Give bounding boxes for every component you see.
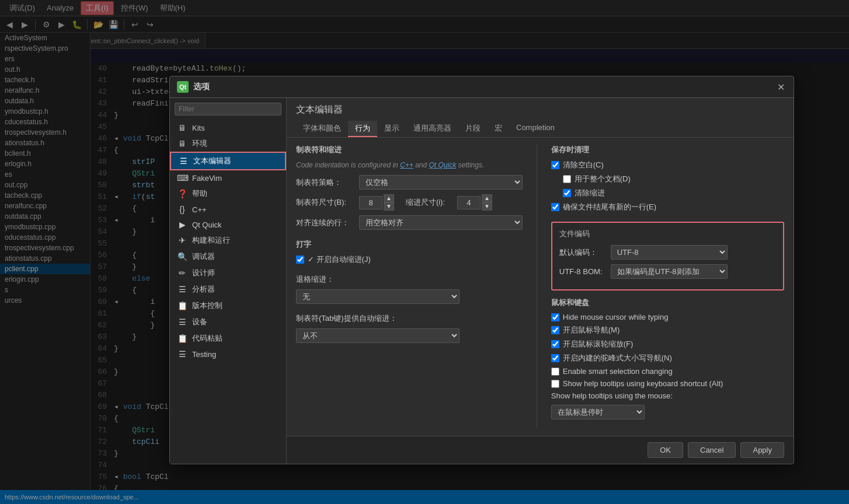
hide-mouse-row: Hide mouse cursor while typing xyxy=(551,313,784,321)
hide-mouse-checkbox[interactable] xyxy=(551,313,559,321)
tab-key-row: 制表符(Tab键)提供自动缩进： xyxy=(296,313,523,324)
designer-icon: ✏ xyxy=(177,268,187,278)
unindent-label: 退格缩进： xyxy=(296,274,354,285)
apply-button[interactable]: Apply xyxy=(740,442,784,458)
nav-item-qtquick[interactable]: ▶ Qt Quick xyxy=(170,217,286,232)
indent-size-down[interactable]: ▼ xyxy=(482,202,492,211)
mouse-tooltip-select-row: 在鼠标悬停时 从不 总是 xyxy=(551,405,784,419)
entire-doc-row: 用于整个文档(D) xyxy=(551,174,784,184)
indent-size-input[interactable] xyxy=(457,196,481,209)
utf8-bom-select[interactable]: 如果编码是UTF-8则添加 总是添加 从不添加 xyxy=(611,264,728,279)
ok-button[interactable]: OK xyxy=(648,442,683,458)
clean-whitespace-checkbox[interactable] xyxy=(551,161,559,169)
cancel-button[interactable]: Cancel xyxy=(688,442,736,458)
nav-item-debugger[interactable]: 🔍 调试器 xyxy=(170,249,286,265)
nav-item-buildrun[interactable]: ✈ 构建和运行 xyxy=(170,232,286,249)
keyboard-tooltip-row: Show help tooltips using keyboard shortc… xyxy=(551,379,784,388)
nav-checkbox[interactable] xyxy=(551,326,559,334)
nav-item-designer[interactable]: ✏ 设计师 xyxy=(170,265,286,281)
tab-size-down[interactable]: ▼ xyxy=(384,202,394,211)
ptab-completion[interactable]: Completion xyxy=(509,121,562,137)
ptab-macros[interactable]: 宏 xyxy=(488,121,509,137)
nav-item-fakevim[interactable]: ⌨ FakeVim xyxy=(170,170,286,186)
entire-doc-checkbox[interactable] xyxy=(563,175,571,183)
qtquick-link[interactable]: Qt Quick xyxy=(429,161,457,169)
smart-select-label[interactable]: Enable smart selection changing xyxy=(563,367,673,376)
fakevim-icon: ⌨ xyxy=(177,173,187,183)
dialog-close-button[interactable]: ✕ xyxy=(775,81,787,93)
dialog-footer: OK Cancel Apply xyxy=(287,436,794,464)
nav-item-vcs[interactable]: 📋 版本控制 xyxy=(170,298,286,314)
cpp-link[interactable]: C++ xyxy=(400,161,413,169)
scroll-checkbox[interactable] xyxy=(551,340,559,348)
nav-item-codepaste-label: 代码粘贴 xyxy=(192,333,222,344)
nav-item-devices[interactable]: ☰ 设备 xyxy=(170,314,286,330)
save-clean-title: 保存时清理 xyxy=(551,145,784,155)
ptab-behavior[interactable]: 行为 xyxy=(348,121,377,137)
nav-item-help-label: 帮助 xyxy=(192,188,207,199)
nav-item-cpp[interactable]: {} C++ xyxy=(170,202,286,217)
tab-key-select[interactable]: 从不 总是 在空行 xyxy=(296,328,460,343)
tab-size-label: 制表符尺寸(B): xyxy=(296,197,354,208)
nav-item-testing[interactable]: ☰ Testing xyxy=(170,346,286,362)
continuous-lines-select[interactable]: 用空格对齐 不对齐 xyxy=(359,215,523,230)
ptab-snippets[interactable]: 片段 xyxy=(458,121,488,137)
smart-select-row: Enable smart selection changing xyxy=(551,367,784,376)
ptab-highlight[interactable]: 通用高亮器 xyxy=(406,121,458,137)
mouse-tooltip-select[interactable]: 在鼠标悬停时 从不 总是 xyxy=(551,405,645,419)
ensure-newline-row: 确保文件结尾有新的一行(E) xyxy=(551,202,784,212)
tab-policy-label: 制表符策略： xyxy=(296,177,354,188)
env-icon: 🖥 xyxy=(177,139,187,148)
tab-size-input[interactable] xyxy=(359,196,382,209)
nav-item-testing-label: Testing xyxy=(192,350,216,359)
ptab-display[interactable]: 显示 xyxy=(377,121,406,137)
filter-input[interactable] xyxy=(175,103,281,116)
nav-item-analyzer[interactable]: ☰ 分析器 xyxy=(170,281,286,298)
continuous-lines-row: 对齐连续的行： 用空格对齐 不对齐 xyxy=(296,215,523,230)
unindent-select[interactable]: 无 有 xyxy=(296,289,460,304)
auto-indent-checkbox[interactable] xyxy=(296,256,304,264)
auto-indent-label[interactable]: ✓ 开启自动缩进(J) xyxy=(308,254,371,265)
clean-indent-label[interactable]: 清除缩进 xyxy=(575,188,605,198)
nav-label: 开启鼠标导航(M) xyxy=(563,325,620,335)
indent-size-up[interactable]: ▲ xyxy=(482,194,492,202)
devices-icon: ☰ xyxy=(177,317,187,327)
dialog-content: 制表符和缩进 Code indentation is configured in… xyxy=(287,138,794,436)
unindent-section: 退格缩进： 无 有 xyxy=(296,274,523,304)
nav-item-kits[interactable]: 🖥 Kits xyxy=(170,120,286,135)
ensure-newline-label[interactable]: 确保文件结尾有新的一行(E) xyxy=(563,202,656,212)
panel-title: 文本编辑器 xyxy=(296,104,784,116)
nav-item-texteditor[interactable]: ☰ 文本编辑器 xyxy=(170,152,286,170)
ensure-newline-checkbox[interactable] xyxy=(551,203,559,211)
default-encoding-select[interactable]: UTF-8 UTF-16 GBK GB2312 ISO-8859-1 xyxy=(611,245,728,260)
indentation-section-title: 制表符和缩进 xyxy=(296,145,523,155)
qtquick-icon: ▶ xyxy=(177,220,187,229)
nav-item-help[interactable]: ❓ 帮助 xyxy=(170,186,286,202)
nav-item-codepaste[interactable]: 📋 代码粘贴 xyxy=(170,330,286,346)
keyboard-tooltip-label[interactable]: Show help tooltips using keyboard shortc… xyxy=(563,379,723,388)
dialog-nav-panel: 🖥 Kits 🖥 环境 ☰ 文本编辑器 ⌨ FakeVim ❓ 帮助 {} C+ xyxy=(170,98,287,464)
cpp-icon: {} xyxy=(177,205,187,214)
utf8-bom-row: UTF-8 BOM: 如果编码是UTF-8则添加 总是添加 从不添加 xyxy=(559,264,776,279)
tab-size-up[interactable]: ▲ xyxy=(384,194,394,202)
default-encoding-label: 默认编码： xyxy=(559,247,606,258)
hide-mouse-label[interactable]: Hide mouse cursor while typing xyxy=(563,313,669,321)
entire-doc-label[interactable]: 用于整个文档(D) xyxy=(575,174,631,184)
content-right: 保存时清理 清除空白(C) 用于整个文档(D) 清除缩进 xyxy=(551,145,784,429)
ptab-font-color[interactable]: 字体和颜色 xyxy=(296,121,348,137)
tab-policy-select[interactable]: 仅空格 制表符 空格和制表符 xyxy=(359,175,523,190)
keyboard-tooltip-checkbox[interactable] xyxy=(551,380,559,388)
unindent-select-row: 无 有 xyxy=(296,289,523,304)
clean-whitespace-label[interactable]: 清除空白(C) xyxy=(563,160,604,170)
clean-whitespace-row: 清除空白(C) xyxy=(551,160,784,170)
scroll-row: 开启鼠标滚轮缩放(F) xyxy=(551,339,784,349)
clean-indent-row: 清除缩进 xyxy=(551,188,784,198)
smart-select-checkbox[interactable] xyxy=(551,368,559,376)
nav-item-env[interactable]: 🖥 环境 xyxy=(170,135,286,152)
codepaste-icon: 📋 xyxy=(177,334,187,343)
camel-checkbox[interactable] xyxy=(551,354,559,362)
nav-item-qtquick-label: Qt Quick xyxy=(192,220,222,229)
nav-item-devices-label: 设备 xyxy=(192,317,207,327)
clean-indent-checkbox[interactable] xyxy=(563,189,571,197)
tab-policy-row: 制表符策略： 仅空格 制表符 空格和制表符 xyxy=(296,175,523,190)
